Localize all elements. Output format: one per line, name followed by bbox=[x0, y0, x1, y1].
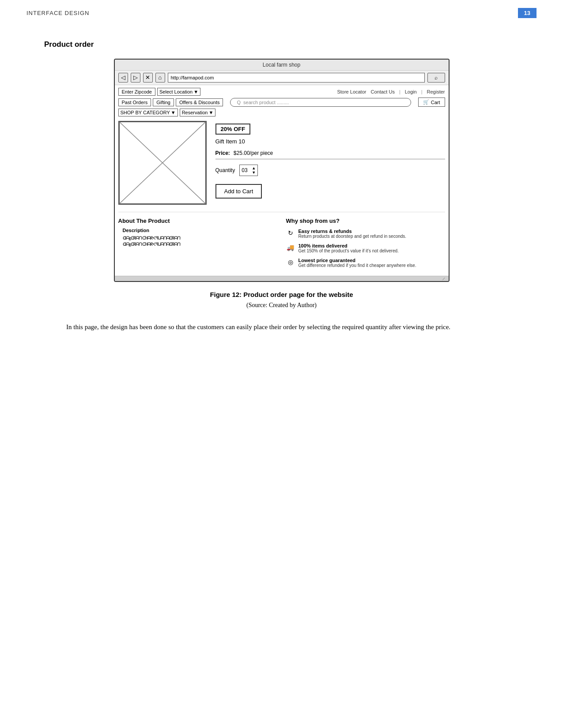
offers-discounts-button[interactable]: Offers & Discounts bbox=[176, 98, 223, 106]
nav-row2: Past Orders Gifting Offers & Discounts Q… bbox=[118, 98, 445, 107]
shop-by-category-button[interactable]: SHOP BY CATEGORY ▼ bbox=[118, 109, 178, 116]
zipcode-button[interactable]: Enter Zipcode bbox=[118, 88, 155, 96]
about-title: About The Product bbox=[118, 218, 277, 224]
nav-divider: | bbox=[399, 89, 401, 94]
feature-title-2: 100% items delivered bbox=[299, 243, 445, 248]
cart-icon: 🛒 bbox=[423, 99, 429, 105]
past-orders-button[interactable]: Past Orders bbox=[118, 98, 151, 106]
product-price-row: Price: $25.00/per piece bbox=[215, 150, 445, 159]
figure-source: (Source: Created by Author) bbox=[44, 302, 519, 309]
product-area: 20% OFF Gift Item 10 Price: $25.00/per p… bbox=[118, 121, 445, 205]
feature-title-3: Lowest price guaranteed bbox=[299, 258, 445, 263]
reservation-arrow: ▼ bbox=[208, 110, 213, 115]
page-number: 13 bbox=[518, 8, 537, 18]
section-title: Product order bbox=[44, 40, 519, 49]
search-placeholder: search product ......... bbox=[243, 100, 289, 105]
feature-item-2: 🚚 100% items delivered Get 150% of the p… bbox=[286, 243, 445, 253]
returns-icon: ↻ bbox=[286, 229, 295, 237]
select-location-label: Select Location bbox=[159, 89, 193, 94]
browser-mockup: Local farm shop ◁ ▷ ✕ ⌂ http://farmapod.… bbox=[114, 59, 450, 282]
back-button[interactable]: ◁ bbox=[118, 73, 128, 83]
reservation-label: Reservation bbox=[182, 110, 208, 115]
nav-row1-right: Store Locator Contact Us | Login | Regis… bbox=[337, 89, 445, 94]
browser-navbar: ◁ ▷ ✕ ⌂ http://farmapod.com ⌕ bbox=[115, 71, 449, 85]
url-text: http://farmapod.com bbox=[171, 75, 214, 80]
about-product: About The Product Description ᗡᗩgᕮᖇᗩᑎ ᑕᕼ… bbox=[118, 218, 277, 272]
feature-item-1: ↻ Easy returns & refunds Return products… bbox=[286, 229, 445, 239]
feature-desc-1: Return products at doorstep and get refu… bbox=[299, 234, 445, 239]
shop-by-category-label: SHOP BY CATEGORY bbox=[121, 110, 170, 115]
product-name: Gift Item 10 bbox=[215, 138, 445, 145]
shop-by-category-arrow: ▼ bbox=[171, 110, 176, 115]
quantity-stepper[interactable]: ▲ ▼ bbox=[252, 166, 256, 175]
home-button[interactable]: ⌂ bbox=[155, 73, 165, 83]
nav-row1-left: Enter Zipcode Select Location ▼ bbox=[118, 88, 201, 96]
feature-desc-2: Get 150% of the product's value if it's … bbox=[299, 248, 445, 253]
search-bar-wrapper: Q search product ......... bbox=[226, 98, 415, 107]
product-info: 20% OFF Gift Item 10 Price: $25.00/per p… bbox=[215, 121, 445, 205]
browser-titlebar: Local farm shop bbox=[115, 60, 449, 71]
gifting-button[interactable]: Gifting bbox=[153, 98, 174, 106]
store-locator-link[interactable]: Store Locator bbox=[337, 89, 366, 94]
feature-title-1: Easy returns & refunds bbox=[299, 229, 445, 234]
feature-text-2: 100% items delivered Get 150% of the pro… bbox=[299, 243, 445, 253]
bottom-info: About The Product Description ᗡᗩgᕮᖇᗩᑎ ᑕᕼ… bbox=[118, 212, 445, 272]
delivery-icon: 🚚 bbox=[286, 243, 295, 252]
main-content: Product order Local farm shop ◁ ▷ ✕ ⌂ ht… bbox=[0, 23, 563, 357]
cart-button[interactable]: 🛒 Cart bbox=[418, 98, 445, 107]
search-icon: Q bbox=[237, 100, 241, 105]
figure-caption: Figure 12: Product order page for the we… bbox=[44, 291, 519, 298]
discount-badge: 20% OFF bbox=[215, 124, 251, 135]
nav-row1: Enter Zipcode Select Location ▼ Store Lo… bbox=[118, 88, 445, 96]
nav-row3: SHOP BY CATEGORY ▼ Reservation ▼ bbox=[118, 109, 445, 116]
browser-footer: ⟋ bbox=[115, 276, 449, 281]
search-bar[interactable]: Q search product ......... bbox=[230, 98, 411, 107]
header-title: INTERFACE DESIGN bbox=[26, 10, 89, 16]
browser-search-icon: ⌕ bbox=[435, 75, 438, 81]
product-image bbox=[118, 121, 207, 205]
scroll-icon: ⟋ bbox=[442, 276, 446, 281]
desc-line2: ᗡᗩgᕮᖇᗩᑎ ᑕᕼᗩᖇᐸ ᑫᑌᗩᑎᗩᕮᖇᗩᑎ bbox=[122, 242, 273, 247]
nav-divider2: | bbox=[421, 89, 423, 94]
browser-search-button[interactable]: ⌕ bbox=[427, 73, 445, 83]
body-paragraph-1: In this page, the design has been done s… bbox=[44, 321, 519, 333]
product-qty-row: Quantity 03 ▲ ▼ bbox=[215, 165, 445, 176]
website-content: Enter Zipcode Select Location ▼ Store Lo… bbox=[115, 85, 449, 276]
select-location-arrow: ▼ bbox=[193, 89, 198, 94]
add-to-cart-button[interactable]: Add to Cart bbox=[215, 184, 262, 199]
quantity-label: Quantity bbox=[215, 167, 235, 173]
quantity-value: 03 bbox=[242, 167, 247, 173]
register-link[interactable]: Register bbox=[427, 89, 445, 94]
price-value: $25.00/per piece bbox=[234, 150, 273, 156]
desc-label: Description bbox=[118, 228, 277, 233]
product-image-placeholder bbox=[119, 122, 206, 204]
quantity-input[interactable]: 03 ▲ ▼ bbox=[239, 165, 258, 176]
login-link[interactable]: Login bbox=[405, 89, 417, 94]
reservation-button[interactable]: Reservation ▼ bbox=[180, 109, 216, 116]
desc-line1: ᗡᗩgᕮᖇᗩᑎ ᑕᕼᗩᖇᐸ ᑫᑌᗩᑎᗩᕮᖇᗩᑎ bbox=[122, 236, 273, 241]
contact-us-link[interactable]: Contact Us bbox=[370, 89, 394, 94]
qty-down-arrow[interactable]: ▼ bbox=[252, 170, 256, 175]
feature-text-3: Lowest price guaranteed Get difference r… bbox=[299, 258, 445, 268]
feature-text-1: Easy returns & refunds Return products a… bbox=[299, 229, 445, 239]
select-location-button[interactable]: Select Location ▼ bbox=[157, 88, 200, 96]
qty-up-arrow[interactable]: ▲ bbox=[252, 166, 256, 170]
cart-label: Cart bbox=[431, 100, 440, 105]
feature-item-3: ◎ Lowest price guaranteed Get difference… bbox=[286, 258, 445, 268]
why-shop: Why shop from us? ↻ Easy returns & refun… bbox=[286, 218, 445, 272]
forward-button[interactable]: ▷ bbox=[131, 73, 140, 83]
page-header: INTERFACE DESIGN 13 bbox=[0, 0, 563, 23]
url-bar[interactable]: http://farmapod.com bbox=[168, 73, 425, 83]
price-label: Price: bbox=[215, 150, 230, 156]
why-shop-title: Why shop from us? bbox=[286, 218, 445, 224]
close-button[interactable]: ✕ bbox=[143, 73, 153, 83]
nav-row2-left: Past Orders Gifting Offers & Discounts bbox=[118, 98, 223, 106]
feature-desc-3: Get difference refunded if you find it c… bbox=[299, 263, 445, 268]
price-icon: ◎ bbox=[286, 258, 295, 266]
